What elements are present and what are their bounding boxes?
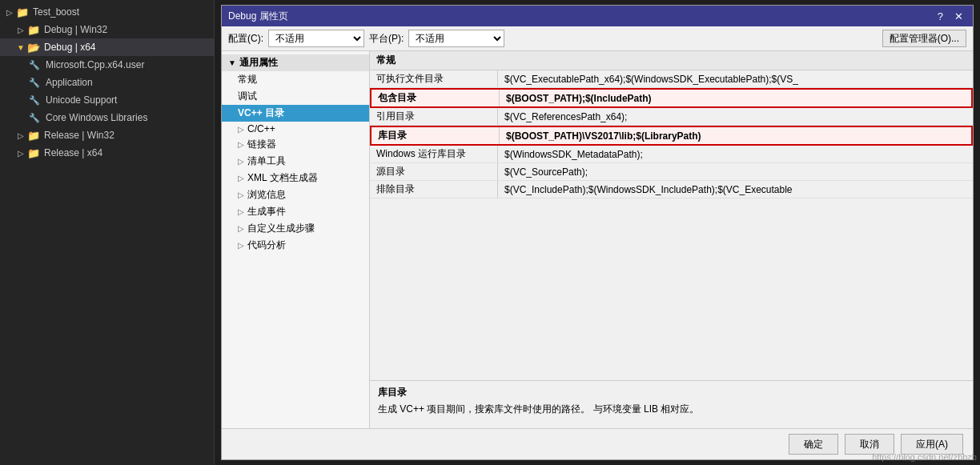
tree-item-label: 清单工具	[247, 154, 286, 168]
sidebar-item-debug-x64[interactable]: ▼ 📂 Debug | x64	[0, 38, 214, 56]
arrow-icon: ▷	[3, 8, 16, 17]
arrow-icon: ▷	[14, 131, 27, 140]
folder-icon: 📁	[27, 24, 42, 36]
tree-item-label: XML 文档生成器	[247, 171, 318, 185]
tree-item-cpp[interactable]: ▷ C/C++	[222, 122, 369, 136]
sidebar-item-label: Microsoft.Cpp.x64.user	[46, 59, 144, 70]
props-key: 引用目录	[370, 108, 498, 125]
file-icon: 🔧	[29, 95, 43, 106]
tree-item-label: 自定义生成步骤	[247, 222, 315, 235]
props-key: 排除目录	[370, 181, 498, 198]
main-area: Debug 属性页 ? ✕ 配置(C): 不适用 平台(P): 不适用 配置管理…	[215, 0, 980, 465]
tree-item-clean[interactable]: ▷ 清单工具	[222, 153, 369, 170]
sidebar-item-application[interactable]: 🔧 Application	[0, 74, 214, 91]
file-icon: 🔧	[29, 60, 43, 70]
sidebar-item-label: Test_boost	[33, 6, 79, 18]
tree-item-label: 代码分析	[247, 239, 286, 252]
arrow-icon: ▷	[238, 241, 244, 250]
props-val: $(WindowsSDK_MetadataPath);	[498, 146, 973, 162]
file-icon: 🔧	[29, 113, 43, 123]
sidebar-item-label: Debug | Win32	[44, 24, 107, 35]
sidebar-item-release-x64[interactable]: ▷ 📁 Release | x64	[0, 144, 214, 162]
platform-label: 平台(P):	[369, 32, 404, 46]
tree-item-label: 生成事件	[247, 205, 286, 218]
props-row-exec-path[interactable]: 可执行文件目录 $(VC_ExecutablePath_x64);$(Windo…	[370, 70, 973, 88]
dialog-footer: 确定 取消 应用(A)	[222, 428, 973, 459]
tree-item-label: 调试	[238, 90, 257, 103]
props-section-label: 常规	[376, 54, 396, 66]
arrow-icon: ▷	[238, 224, 244, 233]
folder-icon: 📁	[27, 130, 42, 142]
tree-item-code-analysis[interactable]: ▷ 代码分析	[222, 237, 369, 254]
sidebar-item-core-windows[interactable]: 🔧 Core Windows Libraries	[0, 109, 214, 126]
props-val: $(VC_SourcePath);	[498, 163, 973, 180]
props-val: $(BOOST_PATH)\VS2017\lib;$(LibraryPath)	[500, 127, 971, 144]
sidebar-item-label: Release | Win32	[44, 130, 114, 141]
platform-select[interactable]: 不适用	[408, 30, 504, 47]
props-panel: 常规 可执行文件目录 $(VC_ExecutablePath_x64);$(Wi…	[370, 51, 973, 428]
sidebar-item-microsoft-cpp[interactable]: 🔧 Microsoft.Cpp.x64.user	[0, 56, 214, 74]
tree-item-vc-dirs[interactable]: VC++ 目录	[222, 105, 369, 122]
tree-item-debug[interactable]: 调试	[222, 88, 369, 105]
sidebar-item-unicode[interactable]: 🔧 Unicode Support	[0, 91, 214, 109]
sidebar-item-label: Release | x64	[44, 147, 102, 158]
props-val: $(VC_IncludePath);$(WindowsSDK_IncludePa…	[498, 181, 973, 198]
watermark: https://blog.csdn.net/zbbzb	[872, 452, 977, 462]
props-row-lib-path[interactable]: 库目录 $(BOOST_PATH)\VS2017\lib;$(LibraryPa…	[370, 126, 973, 146]
props-row-source-path[interactable]: 源目录 $(VC_SourcePath);	[370, 163, 973, 181]
sidebar-item-label: Unicode Support	[46, 94, 117, 106]
sidebar-item-release-win32[interactable]: ▷ 📁 Release | Win32	[0, 126, 214, 144]
tree-item-browse[interactable]: ▷ 浏览信息	[222, 186, 369, 203]
sidebar-item-debug-win32[interactable]: ▷ 📁 Debug | Win32	[0, 21, 214, 38]
close-button[interactable]: ✕	[951, 10, 966, 22]
props-key: 可执行文件目录	[370, 70, 498, 87]
description-title: 库目录	[378, 386, 965, 399]
tree-section-common[interactable]: ▼ 通用属性	[222, 54, 369, 71]
arrow-icon: ▷	[238, 190, 244, 199]
arrow-icon: ▷	[14, 149, 27, 158]
tree-item-linker[interactable]: ▷ 链接器	[222, 136, 369, 153]
props-key: 包含目录	[372, 90, 500, 106]
tree-item-build-events[interactable]: ▷ 生成事件	[222, 203, 369, 220]
config-label: 配置(C):	[228, 32, 263, 46]
dialog-title: Debug 属性页	[228, 10, 288, 23]
arrow-icon: ▷	[238, 125, 244, 134]
tree-item-label: 浏览信息	[247, 188, 286, 202]
sidebar-item-test-boost[interactable]: ▷ 📁 Test_boost	[0, 3, 214, 21]
help-button[interactable]: ?	[934, 10, 946, 22]
arrow-icon: ▷	[238, 140, 244, 149]
props-key: 源目录	[370, 163, 498, 180]
expand-arrow-icon: ▼	[228, 58, 236, 67]
tree-item-label: C/C++	[247, 123, 275, 134]
tree-item-custom-build[interactable]: ▷ 自定义生成步骤	[222, 220, 369, 237]
tree-item-general[interactable]: 常规	[222, 71, 369, 88]
arrow-icon: ▷	[238, 157, 244, 166]
folder-icon: 📁	[16, 6, 30, 18]
tree-item-label: 链接器	[247, 138, 276, 151]
props-key: 库目录	[372, 127, 500, 144]
config-select[interactable]: 不适用	[268, 30, 364, 47]
tree-item-label: VC++ 目录	[238, 106, 284, 120]
props-row-exclude-path[interactable]: 排除目录 $(VC_IncludePath);$(WindowsSDK_Incl…	[370, 181, 973, 198]
props-val: $(VC_ExecutablePath_x64);$(WindowsSDK_Ex…	[498, 70, 973, 87]
props-val: $(BOOST_PATH);$(IncludePath)	[500, 90, 971, 106]
ok-button[interactable]: 确定	[789, 434, 838, 455]
tree-item-xml[interactable]: ▷ XML 文档生成器	[222, 170, 369, 186]
description-text: 生成 VC++ 项目期间，搜索库文件时使用的路径。 与环境变量 LIB 相对应。	[378, 403, 965, 416]
props-row-include-path[interactable]: 包含目录 $(BOOST_PATH);$(IncludePath)	[370, 88, 973, 108]
tree-section-label: 通用属性	[239, 56, 278, 70]
arrow-icon: ▷	[238, 174, 244, 182]
arrow-icon: ▷	[238, 207, 244, 216]
file-icon: 🔧	[29, 78, 43, 88]
project-sidebar: ▷ 📁 Test_boost ▷ 📁 Debug | Win32 ▼ 📂 Deb…	[0, 0, 215, 465]
properties-dialog: Debug 属性页 ? ✕ 配置(C): 不适用 平台(P): 不适用 配置管理…	[221, 5, 974, 460]
props-row-ref-path[interactable]: 引用目录 $(VC_ReferencesPath_x64);	[370, 108, 973, 126]
sidebar-item-label: Application	[46, 77, 93, 88]
arrow-icon: ▷	[14, 26, 27, 34]
config-manager-button[interactable]: 配置管理器(O)...	[882, 30, 966, 47]
props-val: $(VC_ReferencesPath_x64);	[498, 108, 973, 125]
props-row-win-runtime[interactable]: Windows 运行库目录 $(WindowsSDK_MetadataPath)…	[370, 146, 973, 163]
folder-icon: 📁	[27, 147, 42, 159]
tree-panel: ▼ 通用属性 常规 调试 VC++ 目录 ▷ C/C++ ▷	[222, 51, 370, 428]
tree-item-label: 常规	[238, 73, 257, 86]
